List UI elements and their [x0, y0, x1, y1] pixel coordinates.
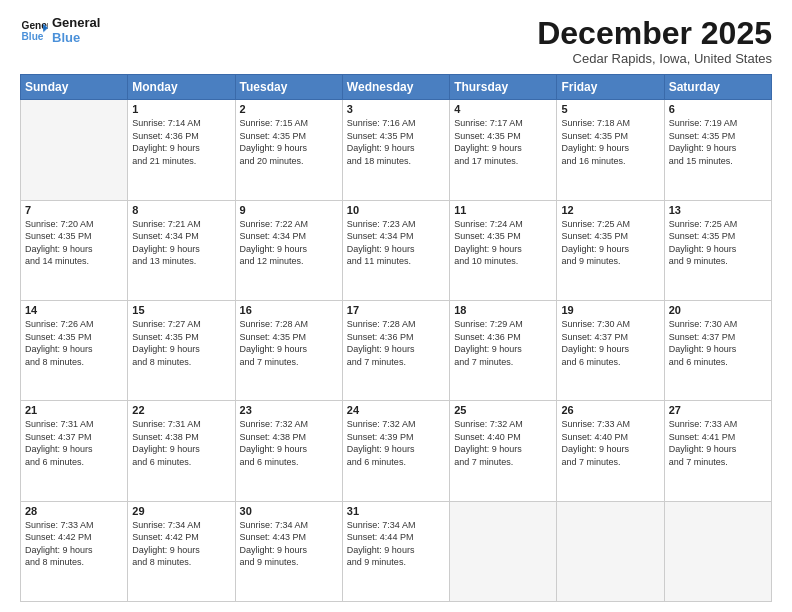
calendar-cell: 5Sunrise: 7:18 AMSunset: 4:35 PMDaylight…	[557, 100, 664, 200]
day-number: 8	[132, 204, 230, 216]
day-number: 10	[347, 204, 445, 216]
day-info: Sunrise: 7:20 AMSunset: 4:35 PMDaylight:…	[25, 218, 123, 268]
day-number: 30	[240, 505, 338, 517]
day-info: Sunrise: 7:26 AMSunset: 4:35 PMDaylight:…	[25, 318, 123, 368]
calendar-cell: 31Sunrise: 7:34 AMSunset: 4:44 PMDayligh…	[342, 501, 449, 601]
calendar-cell: 14Sunrise: 7:26 AMSunset: 4:35 PMDayligh…	[21, 300, 128, 400]
calendar-cell	[21, 100, 128, 200]
day-number: 2	[240, 103, 338, 115]
day-number: 31	[347, 505, 445, 517]
day-info: Sunrise: 7:22 AMSunset: 4:34 PMDaylight:…	[240, 218, 338, 268]
calendar-cell: 9Sunrise: 7:22 AMSunset: 4:34 PMDaylight…	[235, 200, 342, 300]
day-info: Sunrise: 7:24 AMSunset: 4:35 PMDaylight:…	[454, 218, 552, 268]
calendar-week-row: 28Sunrise: 7:33 AMSunset: 4:42 PMDayligh…	[21, 501, 772, 601]
day-info: Sunrise: 7:15 AMSunset: 4:35 PMDaylight:…	[240, 117, 338, 167]
day-number: 9	[240, 204, 338, 216]
calendar-cell: 27Sunrise: 7:33 AMSunset: 4:41 PMDayligh…	[664, 401, 771, 501]
day-info: Sunrise: 7:16 AMSunset: 4:35 PMDaylight:…	[347, 117, 445, 167]
calendar-day-header: Wednesday	[342, 75, 449, 100]
day-number: 4	[454, 103, 552, 115]
calendar-cell: 4Sunrise: 7:17 AMSunset: 4:35 PMDaylight…	[450, 100, 557, 200]
calendar-cell: 8Sunrise: 7:21 AMSunset: 4:34 PMDaylight…	[128, 200, 235, 300]
day-info: Sunrise: 7:29 AMSunset: 4:36 PMDaylight:…	[454, 318, 552, 368]
calendar-cell: 13Sunrise: 7:25 AMSunset: 4:35 PMDayligh…	[664, 200, 771, 300]
calendar-cell	[664, 501, 771, 601]
calendar-cell: 15Sunrise: 7:27 AMSunset: 4:35 PMDayligh…	[128, 300, 235, 400]
calendar-cell: 17Sunrise: 7:28 AMSunset: 4:36 PMDayligh…	[342, 300, 449, 400]
title-block: December 2025 Cedar Rapids, Iowa, United…	[537, 16, 772, 66]
calendar-day-header: Monday	[128, 75, 235, 100]
day-number: 7	[25, 204, 123, 216]
day-number: 19	[561, 304, 659, 316]
day-number: 16	[240, 304, 338, 316]
day-info: Sunrise: 7:27 AMSunset: 4:35 PMDaylight:…	[132, 318, 230, 368]
calendar-cell: 6Sunrise: 7:19 AMSunset: 4:35 PMDaylight…	[664, 100, 771, 200]
day-info: Sunrise: 7:34 AMSunset: 4:42 PMDaylight:…	[132, 519, 230, 569]
day-number: 28	[25, 505, 123, 517]
day-info: Sunrise: 7:32 AMSunset: 4:39 PMDaylight:…	[347, 418, 445, 468]
logo-blue: Blue	[52, 31, 100, 46]
calendar-cell: 19Sunrise: 7:30 AMSunset: 4:37 PMDayligh…	[557, 300, 664, 400]
day-info: Sunrise: 7:33 AMSunset: 4:42 PMDaylight:…	[25, 519, 123, 569]
day-info: Sunrise: 7:32 AMSunset: 4:40 PMDaylight:…	[454, 418, 552, 468]
calendar-cell: 10Sunrise: 7:23 AMSunset: 4:34 PMDayligh…	[342, 200, 449, 300]
calendar-cell: 11Sunrise: 7:24 AMSunset: 4:35 PMDayligh…	[450, 200, 557, 300]
day-info: Sunrise: 7:21 AMSunset: 4:34 PMDaylight:…	[132, 218, 230, 268]
calendar-cell: 7Sunrise: 7:20 AMSunset: 4:35 PMDaylight…	[21, 200, 128, 300]
calendar-cell: 1Sunrise: 7:14 AMSunset: 4:36 PMDaylight…	[128, 100, 235, 200]
day-number: 21	[25, 404, 123, 416]
day-info: Sunrise: 7:34 AMSunset: 4:44 PMDaylight:…	[347, 519, 445, 569]
calendar-cell: 3Sunrise: 7:16 AMSunset: 4:35 PMDaylight…	[342, 100, 449, 200]
calendar-cell: 2Sunrise: 7:15 AMSunset: 4:35 PMDaylight…	[235, 100, 342, 200]
day-info: Sunrise: 7:19 AMSunset: 4:35 PMDaylight:…	[669, 117, 767, 167]
day-number: 29	[132, 505, 230, 517]
calendar-cell	[557, 501, 664, 601]
calendar-day-header: Friday	[557, 75, 664, 100]
calendar-cell	[450, 501, 557, 601]
logo: General Blue General Blue	[20, 16, 100, 46]
day-number: 26	[561, 404, 659, 416]
main-title: December 2025	[537, 16, 772, 51]
day-info: Sunrise: 7:25 AMSunset: 4:35 PMDaylight:…	[561, 218, 659, 268]
day-number: 11	[454, 204, 552, 216]
day-number: 18	[454, 304, 552, 316]
calendar-table: SundayMondayTuesdayWednesdayThursdayFrid…	[20, 74, 772, 602]
day-number: 14	[25, 304, 123, 316]
day-number: 20	[669, 304, 767, 316]
calendar-cell: 28Sunrise: 7:33 AMSunset: 4:42 PMDayligh…	[21, 501, 128, 601]
calendar-week-row: 14Sunrise: 7:26 AMSunset: 4:35 PMDayligh…	[21, 300, 772, 400]
day-info: Sunrise: 7:33 AMSunset: 4:40 PMDaylight:…	[561, 418, 659, 468]
calendar-day-header: Thursday	[450, 75, 557, 100]
calendar-cell: 26Sunrise: 7:33 AMSunset: 4:40 PMDayligh…	[557, 401, 664, 501]
day-number: 22	[132, 404, 230, 416]
day-number: 13	[669, 204, 767, 216]
calendar-header-row: SundayMondayTuesdayWednesdayThursdayFrid…	[21, 75, 772, 100]
day-info: Sunrise: 7:18 AMSunset: 4:35 PMDaylight:…	[561, 117, 659, 167]
calendar-cell: 16Sunrise: 7:28 AMSunset: 4:35 PMDayligh…	[235, 300, 342, 400]
day-info: Sunrise: 7:33 AMSunset: 4:41 PMDaylight:…	[669, 418, 767, 468]
calendar-day-header: Tuesday	[235, 75, 342, 100]
calendar-day-header: Saturday	[664, 75, 771, 100]
calendar-cell: 24Sunrise: 7:32 AMSunset: 4:39 PMDayligh…	[342, 401, 449, 501]
svg-text:Blue: Blue	[22, 30, 44, 41]
day-number: 12	[561, 204, 659, 216]
day-info: Sunrise: 7:30 AMSunset: 4:37 PMDaylight:…	[561, 318, 659, 368]
calendar-cell: 22Sunrise: 7:31 AMSunset: 4:38 PMDayligh…	[128, 401, 235, 501]
calendar-week-row: 21Sunrise: 7:31 AMSunset: 4:37 PMDayligh…	[21, 401, 772, 501]
header: General Blue General Blue December 2025 …	[20, 16, 772, 66]
day-info: Sunrise: 7:25 AMSunset: 4:35 PMDaylight:…	[669, 218, 767, 268]
calendar-day-header: Sunday	[21, 75, 128, 100]
day-number: 27	[669, 404, 767, 416]
day-number: 1	[132, 103, 230, 115]
day-info: Sunrise: 7:28 AMSunset: 4:35 PMDaylight:…	[240, 318, 338, 368]
day-number: 23	[240, 404, 338, 416]
calendar-cell: 18Sunrise: 7:29 AMSunset: 4:36 PMDayligh…	[450, 300, 557, 400]
day-number: 17	[347, 304, 445, 316]
day-info: Sunrise: 7:34 AMSunset: 4:43 PMDaylight:…	[240, 519, 338, 569]
day-number: 3	[347, 103, 445, 115]
day-info: Sunrise: 7:31 AMSunset: 4:38 PMDaylight:…	[132, 418, 230, 468]
day-number: 15	[132, 304, 230, 316]
day-info: Sunrise: 7:31 AMSunset: 4:37 PMDaylight:…	[25, 418, 123, 468]
calendar-week-row: 1Sunrise: 7:14 AMSunset: 4:36 PMDaylight…	[21, 100, 772, 200]
calendar-cell: 12Sunrise: 7:25 AMSunset: 4:35 PMDayligh…	[557, 200, 664, 300]
